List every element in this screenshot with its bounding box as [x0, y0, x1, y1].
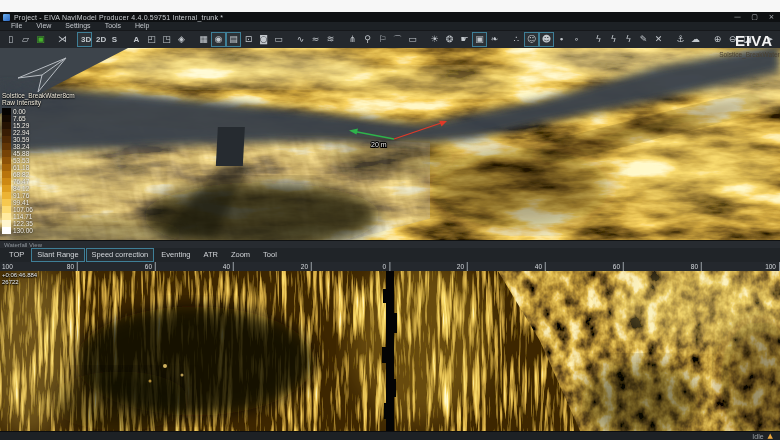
arc-tool-icon[interactable]: ⌒ [390, 32, 405, 47]
grid-icon[interactable]: ▦ [196, 32, 211, 47]
legend-value: 99.41 [13, 199, 29, 206]
point-remove-icon[interactable]: ∘ [569, 32, 584, 47]
spike-edit-icon[interactable]: ✎ [636, 32, 651, 47]
legend-value: 130.00 [13, 227, 33, 234]
feather-icon[interactable]: ❧ [487, 32, 502, 47]
legend-entry: 68.82 [2, 171, 75, 178]
legend-value: 114.71 [13, 213, 32, 220]
cloud-add-icon[interactable]: ⊕ [710, 32, 725, 47]
tab-atr[interactable]: ATR [197, 248, 223, 262]
spike-filter3-icon[interactable]: ϟ [621, 32, 636, 47]
close-button[interactable]: × [763, 12, 780, 22]
menu-tools[interactable]: Tools [98, 22, 128, 30]
window-controls: —▢× [729, 12, 780, 22]
legend-swatch [2, 108, 11, 115]
legend-entry: 107.06 [2, 206, 75, 213]
tab-zoom[interactable]: Zoom [225, 248, 256, 262]
menu-settings[interactable]: Settings [58, 22, 97, 30]
legend-entry: 91.76 [2, 192, 75, 199]
delete-marker-icon[interactable]: ✕ [651, 32, 666, 47]
legend-swatch [2, 220, 11, 227]
waterfall-viewport[interactable]: +0:06:46.884 26722 [0, 271, 780, 431]
waterfall-panel-title[interactable]: Waterfall View [0, 240, 780, 248]
tab-tool[interactable]: Tool [257, 248, 283, 262]
profile-wave1-icon[interactable]: ∿ [293, 32, 308, 47]
legend-value: 68.82 [13, 171, 29, 178]
tab-eventing[interactable]: Eventing [155, 248, 196, 262]
legend-value: 76.47 [13, 178, 29, 185]
legend-entry: 30.59 [2, 136, 75, 143]
ruler-tick: 20 [457, 262, 468, 271]
menu-file[interactable]: File [4, 22, 29, 30]
palette-icon[interactable]: ❂ [442, 32, 457, 47]
rotate-3d-icon[interactable]: ◳ [159, 32, 174, 47]
shield-icon[interactable]: ◈ [174, 32, 189, 47]
legend-swatch [2, 115, 11, 122]
legend-value: 7.65 [13, 115, 26, 122]
accept-points-icon[interactable]: ☺ [524, 32, 539, 47]
app-icon [3, 14, 10, 21]
minimize-button[interactable]: — [729, 12, 746, 22]
pin-icon[interactable]: ⚲ [360, 32, 375, 47]
ruler-tick: 40 [535, 262, 546, 271]
menu-view[interactable]: View [29, 22, 58, 30]
scatter-points-icon[interactable]: ∴ [509, 32, 524, 47]
anchor-xyz-icon[interactable]: ⚓ [673, 32, 688, 47]
connect-icon[interactable]: ⋊ [55, 32, 70, 47]
north-arrow-icon[interactable]: A [129, 32, 144, 47]
waterfall-view-icon[interactable]: ▤ [226, 32, 241, 47]
screen-capture-icon[interactable]: ⊡ [241, 32, 256, 47]
camera-icon[interactable]: ◙ [256, 32, 271, 47]
window-title: Project - EIVA NaviModel Producer 4.4.0.… [14, 14, 223, 21]
legend-swatch [2, 192, 11, 199]
spike-filter1-icon[interactable]: ϟ [591, 32, 606, 47]
brightness-icon[interactable]: ☀ [427, 32, 442, 47]
legend-entry: 15.29 [2, 122, 75, 129]
maximize-button[interactable]: ▢ [746, 12, 763, 22]
route-nodes-icon[interactable]: ⋔ [345, 32, 360, 47]
legend-swatch [2, 143, 11, 150]
legend-value: 45.88 [13, 150, 29, 157]
3d-terrain-viewport[interactable]: 20 m Solstice_BreakWater8cm Raw Intensit… [0, 48, 780, 240]
ruler-tick: 80 [691, 262, 702, 271]
save-project-icon[interactable]: ▣ [33, 32, 48, 47]
globe-icon[interactable]: ◉ [211, 32, 226, 47]
hand-pick-icon[interactable]: ☛ [457, 32, 472, 47]
legend-entry: 22.94 [2, 129, 75, 136]
rect-select-icon[interactable]: ▭ [405, 32, 420, 47]
legend-swatch [2, 136, 11, 143]
reject-points-icon[interactable]: ☻ [539, 32, 554, 47]
new-project-icon[interactable]: ▯ [3, 32, 18, 47]
open-project-icon[interactable]: ▱ [18, 32, 33, 47]
warning-icon: ▲ [768, 432, 773, 440]
legend-swatch [2, 157, 11, 164]
cloud-icon[interactable]: ☁ [688, 32, 703, 47]
tab-top[interactable]: TOP [3, 248, 30, 262]
tab-speed-correction[interactable]: Speed correction [86, 248, 155, 262]
fit-view-icon[interactable]: ◰ [144, 32, 159, 47]
dataset-label: Solstice_BreakWater8cm [719, 51, 780, 58]
ruler-icon[interactable]: ▭ [271, 32, 286, 47]
legend-swatch [2, 185, 11, 192]
legend-entry: 122.35 [2, 220, 75, 227]
legend-entry: 84.12 [2, 185, 75, 192]
menu-help[interactable]: Help [128, 22, 156, 30]
profile-wave3-icon[interactable]: ≋ [323, 32, 338, 47]
legend-value: 91.76 [13, 192, 29, 199]
spike-filter2-icon[interactable]: ϟ [606, 32, 621, 47]
time-offset-label: +0:06:46.884 [2, 272, 37, 279]
legend-value: 122.35 [13, 220, 33, 227]
view-2d-button[interactable]: 2D [92, 32, 107, 47]
legend-swatch [2, 178, 11, 185]
legend-entry: 76.47 [2, 178, 75, 185]
ruler-tick: 100 [0, 262, 16, 271]
tab-slant-range[interactable]: Slant Range [31, 248, 84, 262]
view-3d-button[interactable]: 3D [77, 32, 92, 47]
point-add-icon[interactable]: ∙ [554, 32, 569, 47]
profile-wave2-icon[interactable]: ≈ [308, 32, 323, 47]
legend-swatch [2, 171, 11, 178]
fill-cell-icon[interactable]: ▣ [472, 32, 487, 47]
ruler-tick: 80 [67, 262, 78, 271]
pin-flag-icon[interactable]: ⚐ [375, 32, 390, 47]
view-single-button[interactable]: S [107, 32, 122, 47]
